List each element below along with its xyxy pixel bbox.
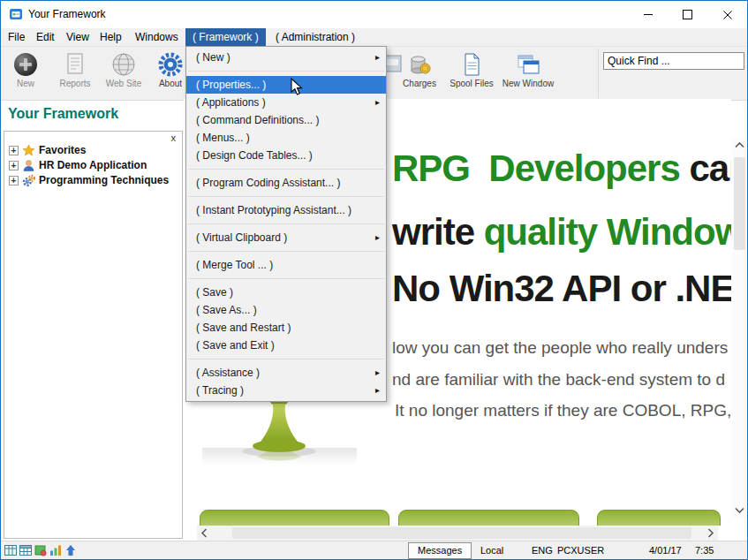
- status-language: ENG: [532, 545, 553, 556]
- menu-item-save-as[interactable]: ( Save As... ): [186, 301, 386, 319]
- menu-help[interactable]: Help: [94, 28, 127, 46]
- menu-item-save-and-restart[interactable]: ( Save and Restart ): [186, 319, 386, 337]
- maximize-button[interactable]: [668, 1, 707, 28]
- status-user: PCXUSER: [557, 545, 604, 556]
- vertical-scroll-thumb[interactable]: [734, 157, 745, 250]
- menu-item-virtual-clipboard[interactable]: ( Virtual Clipboard )▸: [186, 229, 386, 246]
- globe-icon: [110, 51, 137, 78]
- menu-item-design-code-tables[interactable]: ( Design Code Tables... ): [186, 147, 386, 164]
- menu-item-program-coding-assistant[interactable]: ( Program Coding Assistant... ): [186, 174, 386, 192]
- window-title: Your Framework: [28, 8, 106, 20]
- tree-item-label: Favorites: [39, 144, 86, 156]
- scroll-right-button[interactable]: [703, 526, 718, 541]
- menu-framework[interactable]: ( Framework ): [185, 28, 266, 46]
- toolbar-button-spool-files[interactable]: Spool Files: [446, 49, 497, 97]
- vertical-scrollbar[interactable]: [732, 138, 747, 518]
- menu-administration[interactable]: ( Administration ): [270, 28, 360, 46]
- menu-item-tracing[interactable]: ( Tracing )▸: [186, 382, 386, 399]
- tree-item-favorites[interactable]: Favorites: [9, 143, 86, 157]
- toolbar-label-reports: Reports: [52, 79, 98, 88]
- chevron-left-icon: [197, 526, 212, 541]
- submenu-arrow-icon: ▸: [375, 94, 380, 111]
- toolbar-button-website[interactable]: Web Site: [100, 49, 147, 97]
- toolbar-button-new[interactable]: New: [4, 49, 47, 97]
- menu-item-new[interactable]: ( New )▸: [186, 49, 386, 66]
- menu-separator: [188, 196, 384, 197]
- chevron-up-icon: [732, 138, 747, 153]
- horizontal-scroll-thumb[interactable]: [232, 527, 691, 539]
- sidebar-title: Your Framework: [8, 106, 118, 122]
- submenu-arrow-icon: ▸: [375, 229, 380, 246]
- tree-item-hr-demo-application[interactable]: HR Demo Application: [9, 158, 147, 172]
- menu-item-instant-prototyping-assistant[interactable]: ( Instant Prototyping Assistant... ): [186, 201, 386, 219]
- menu-item-save[interactable]: ( Save ): [186, 284, 386, 301]
- spool-files-icon: [458, 51, 485, 78]
- chevron-right-icon: [703, 526, 718, 541]
- quick-find-input[interactable]: [603, 52, 744, 70]
- statusbar: Messages Local ENG PCXUSER 4/01/17 7:35: [1, 541, 747, 560]
- close-icon: [723, 11, 732, 19]
- submenu-arrow-icon: ▸: [375, 49, 380, 66]
- scroll-down-button[interactable]: [732, 503, 747, 518]
- scroll-left-button[interactable]: [197, 526, 212, 541]
- star-icon: [22, 144, 35, 157]
- menu-item-command-definitions[interactable]: ( Command Definitions... ): [186, 111, 386, 129]
- content-card-1: [200, 510, 389, 526]
- menu-item-save-and-exit[interactable]: ( Save and Exit ): [186, 337, 386, 354]
- grid-icon[interactable]: [19, 544, 32, 556]
- menu-item-menus[interactable]: ( Menus... ): [186, 129, 386, 147]
- toolbar-button-reports[interactable]: Reports: [52, 49, 98, 97]
- messages-button[interactable]: Messages: [408, 542, 472, 559]
- toolbar-button-charges[interactable]: Charges: [395, 49, 444, 97]
- status-date: 4/01/17: [649, 545, 682, 556]
- minimize-button[interactable]: [628, 1, 668, 28]
- submenu-arrow-icon: ▸: [375, 382, 380, 399]
- menu-view[interactable]: View: [61, 28, 94, 46]
- about-gear-icon: [157, 51, 184, 78]
- chart-icon[interactable]: [49, 544, 62, 556]
- expand-icon[interactable]: [9, 161, 19, 170]
- content-card-2: [398, 510, 579, 526]
- menu-separator: [188, 278, 384, 279]
- tree-item-label: Programming Techniques: [39, 174, 169, 186]
- toolbar-button-new-window[interactable]: New Window: [499, 49, 557, 97]
- toolbar-label-spool-files: Spool Files: [446, 79, 497, 88]
- menu-edit[interactable]: Edit: [31, 28, 60, 46]
- tree-close-button[interactable]: x: [171, 132, 177, 143]
- menu-item-properties[interactable]: ( Properties... ): [186, 76, 386, 94]
- menu-windows[interactable]: Windows: [130, 28, 184, 46]
- menu-item-merge-tool[interactable]: ( Merge Tool ... ): [186, 256, 386, 274]
- mouse-cursor: [291, 78, 303, 100]
- status-time: 7:35: [695, 545, 714, 556]
- menu-separator: [188, 251, 384, 252]
- menu-item-assistance[interactable]: ( Assistance )▸: [186, 364, 386, 382]
- menu-separator: [188, 71, 384, 72]
- toolbar-label-new: New: [4, 79, 47, 88]
- submenu-arrow-icon: ▸: [375, 364, 380, 382]
- status-indicator-icon[interactable]: [34, 544, 47, 556]
- framework-menu: ( New )▸ ( Properties... ) ( Application…: [185, 46, 387, 402]
- headline-1: RPG Developers can: [392, 149, 731, 188]
- table-icon[interactable]: [4, 544, 17, 556]
- menubar: File Edit View Help Windows ( Framework …: [1, 28, 747, 46]
- menu-separator: [188, 169, 384, 170]
- minimize-icon: [644, 14, 653, 15]
- tree-item-programming-techniques[interactable]: Programming Techniques: [9, 173, 169, 187]
- menu-item-applications[interactable]: ( Applications )▸: [186, 94, 386, 111]
- body-line-2: nd are familiar with the back-end system…: [392, 370, 725, 390]
- menu-separator: [188, 359, 384, 359]
- menu-file[interactable]: File: [3, 28, 30, 46]
- scroll-up-button[interactable]: [732, 138, 747, 153]
- horizontal-scrollbar[interactable]: [197, 526, 718, 541]
- gears-icon: [22, 174, 35, 187]
- expand-icon[interactable]: [9, 176, 19, 185]
- close-button[interactable]: [707, 1, 747, 28]
- toolbar-label-new-window: New Window: [499, 79, 557, 88]
- reports-icon: [62, 51, 88, 78]
- expand-icon[interactable]: [9, 146, 19, 155]
- status-location: Local: [480, 545, 503, 556]
- charges-icon: [406, 51, 433, 78]
- toolbar-label-charges: Charges: [395, 79, 444, 88]
- content-card-3: [597, 510, 721, 526]
- arrow-up-icon[interactable]: [64, 544, 77, 556]
